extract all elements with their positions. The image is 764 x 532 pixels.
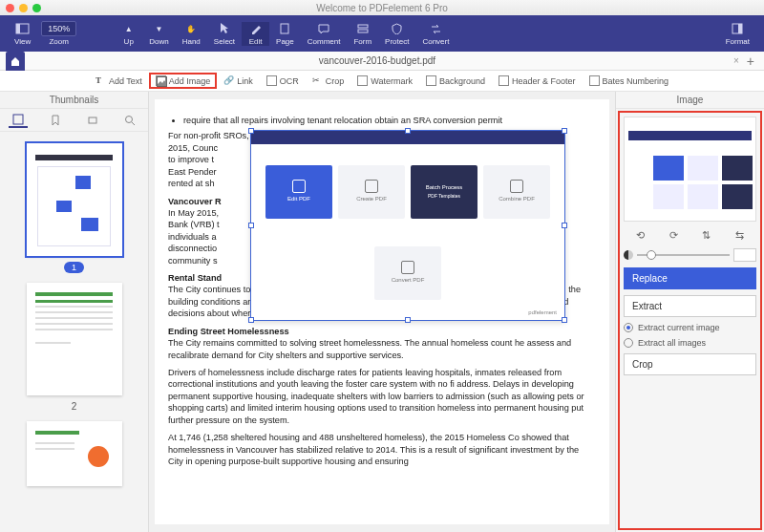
thumbnails-list[interactable]: 1 2 [0,132,148,532]
comment-icon [317,22,331,36]
form-tool[interactable]: Form [347,22,378,46]
resize-handle[interactable] [562,223,567,228]
svg-rect-4 [358,30,368,32]
zoom-value[interactable]: 150% [41,21,76,36]
extract-current-radio[interactable]: Extract current image [624,323,756,332]
extract-button[interactable]: Extract [624,295,756,317]
page-icon [278,22,292,36]
pdf-page: require that all repairs involving tenan… [155,99,609,524]
view-menu[interactable]: View [8,22,37,46]
add-text-button[interactable]: TAdd Text [90,74,148,88]
shield-icon [390,22,404,36]
up-button[interactable]: ▲Up [115,22,142,46]
edit-toolbar: TAdd Text Add Image 🔗Link OCR ✂Crop Wate… [0,71,764,92]
ocr-button[interactable]: OCR [261,74,305,88]
ocr-icon [266,75,277,86]
maximize-window-button[interactable] [32,4,41,12]
format-panel[interactable]: Format [719,22,756,46]
crop-button[interactable]: ✂Crop [307,74,350,88]
edit-tool[interactable]: Edit [242,22,269,46]
image-properties-panel: Image ⟲ ⟳ ⇅ ⇆ Replace [615,92,764,532]
resize-handle[interactable] [248,317,254,323]
zoom-control: 150% Zoom [41,21,76,46]
tile-create-pdf: Create PDF [338,165,405,219]
tile-batch: Batch ProcessPDF Templates [411,165,478,219]
slider-knob[interactable] [647,250,656,260]
attachments-tab[interactable] [83,113,102,128]
thumbnails-title: Thumbnails [0,92,148,109]
cursor-icon [217,22,231,36]
watermark-icon [357,75,368,86]
new-tab-button[interactable]: + [743,53,758,69]
image-icon [156,75,166,86]
page-number-2: 2 [72,401,77,412]
window-titlebar: Welcome to PDFelement 6 Pro [0,0,764,15]
svg-rect-8 [13,115,23,124]
crop-icon: ✂ [312,75,323,86]
link-button[interactable]: 🔗Link [218,74,259,88]
convert-icon [429,22,443,36]
close-tab-button[interactable]: × [730,55,743,66]
window-title: Welcome to PDFelement 6 Pro [316,3,448,13]
resize-handle[interactable] [405,128,411,134]
thumbnails-tab[interactable] [9,113,28,128]
form-icon [355,22,370,36]
slider-value-input[interactable] [733,248,756,262]
document-canvas[interactable]: require that all repairs involving tenan… [149,92,615,532]
crop-image-button[interactable]: Crop [624,353,756,375]
rotate-left-icon[interactable]: ⟲ [631,227,648,243]
svg-rect-3 [358,25,368,28]
svg-rect-2 [281,24,288,33]
down-button[interactable]: ▼Down [142,22,175,46]
bookmarks-tab[interactable] [46,113,65,128]
svg-rect-1 [16,24,20,33]
flip-vertical-icon[interactable]: ⇅ [698,227,715,243]
protect-tool[interactable]: Protect [378,22,415,46]
replace-button[interactable]: Replace [624,267,756,289]
thumbnail-page-3[interactable] [27,421,122,486]
resize-handle[interactable] [248,128,254,134]
text-icon: T [96,75,106,86]
search-tab[interactable] [120,113,139,128]
page-badge-1: 1 [64,262,84,273]
resize-handle[interactable] [405,317,411,323]
watermark-button[interactable]: Watermark [351,74,418,88]
background-icon [426,75,436,86]
add-image-button[interactable]: Add Image [150,74,217,88]
arrow-up-icon: ▲ [121,22,136,36]
header-footer-button[interactable]: Header & Footer [493,74,582,88]
resize-handle[interactable] [562,317,567,323]
resize-handle[interactable] [562,128,567,134]
select-tool[interactable]: Select [207,22,242,46]
comment-tool[interactable]: Comment [301,22,348,46]
page-tool[interactable]: Page [269,22,301,46]
resize-handle[interactable] [248,223,254,228]
inserted-image[interactable]: Edit PDF Create PDF Batch ProcessPDF Tem… [250,130,565,321]
extract-all-radio[interactable]: Extract all images [624,338,756,348]
flip-horizontal-icon[interactable]: ⇆ [732,227,749,243]
document-tab[interactable]: vancouver-2016-budget.pdf [25,55,730,66]
opacity-icon [624,250,633,260]
bates-button[interactable]: Bates Numbering [584,74,675,88]
convert-tool[interactable]: Convert [415,22,456,46]
thumbnail-page-2[interactable] [27,283,122,395]
radio-icon [624,323,633,332]
minimize-window-button[interactable] [19,4,28,12]
document-tabs: vancouver-2016-budget.pdf × + [0,52,764,71]
close-window-button[interactable] [6,4,14,12]
header-footer-icon [499,75,509,86]
background-button[interactable]: Background [420,74,491,88]
main-toolbar: View 150% Zoom ▲Up ▼Down ✋Hand Select Ed… [0,15,764,52]
window-controls [6,4,41,12]
hand-tool[interactable]: ✋Hand [176,22,207,46]
svg-line-11 [132,122,135,125]
tile-combine-pdf: Combine PDF [483,165,550,219]
thumbnail-page-1[interactable] [27,143,122,256]
link-icon: 🔗 [223,75,234,86]
home-tab[interactable] [6,52,25,71]
svg-rect-6 [738,24,742,33]
zoom-group: 150% Zoom [41,21,76,46]
slider-track[interactable] [637,254,730,256]
rotate-right-icon[interactable]: ⟳ [665,227,682,243]
thumbnails-tabs [0,109,148,132]
